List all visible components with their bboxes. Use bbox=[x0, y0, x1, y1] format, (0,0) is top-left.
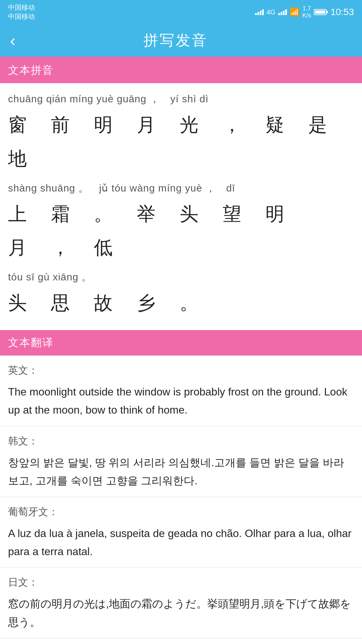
translation-item-french: 法文： Devant la fenêtre, il luisait de la … bbox=[0, 638, 362, 644]
carrier-info: 中国移动 中国移动 bbox=[8, 3, 35, 21]
signal-bars-icon bbox=[255, 9, 264, 15]
carrier1: 中国移动 bbox=[8, 3, 35, 12]
chinese-row-2: 上 霜 。 举 头 望 明 月 ， 低 bbox=[8, 203, 308, 258]
translation-item-portuguese: 葡萄牙文： A luz da lua à janela, suspeita de… bbox=[0, 497, 362, 568]
lang-label-korean: 韩文： bbox=[8, 434, 354, 448]
lang-text-japanese: 窓の前の明月の光は,地面の霜のようだ。挙頭望明月,頭を下げて故郷を思う。 bbox=[8, 595, 354, 631]
lang-text-english: The moonlight outside the window is prob… bbox=[8, 383, 354, 419]
network-type: 4G bbox=[266, 8, 276, 16]
lang-text-portuguese: A luz da lua à janela, suspeita de geada… bbox=[8, 524, 354, 561]
battery-icon bbox=[314, 9, 326, 15]
poem-line-3: tóu sī gù xiāng 。 头 思 故 乡 。 bbox=[8, 268, 354, 320]
poem-line-2: shàng shuāng 。 jǔ tóu wàng míng yuè ， dī… bbox=[8, 179, 354, 265]
lang-text-korean: 창앞의 밝은 달빛, 땅 위의 서리라 의심했네.고개를 들면 밝은 달을 바라… bbox=[8, 453, 354, 490]
status-bar-right: 4G 📶 1.7 K/s 10:53 bbox=[255, 5, 354, 19]
pinyin-section-header: 文本拼音 bbox=[0, 58, 362, 83]
back-button[interactable]: ‹ bbox=[10, 33, 15, 49]
pinyin-row-3: tóu sī gù xiāng 。 bbox=[8, 271, 92, 282]
chinese-row-3: 头 思 故 乡 。 bbox=[8, 292, 201, 313]
translation-item-korean: 韩文： 창앞의 밝은 달빛, 땅 위의 서리라 의심했네.고개를 들면 밝은 달… bbox=[0, 426, 362, 497]
translation-header-label: 文本翻译 bbox=[8, 336, 54, 348]
battery-fill bbox=[315, 10, 325, 14]
poem-line-1: chuāng qián míng yuè guāng ， yí shì dì 窗… bbox=[8, 90, 354, 176]
lang-label-portuguese: 葡萄牙文： bbox=[8, 505, 354, 519]
translation-section-header: 文本翻译 bbox=[0, 330, 362, 356]
pinyin-row-1: chuāng qián míng yuè guāng ， yí shì dì bbox=[8, 93, 208, 104]
carrier2: 中国移动 bbox=[8, 12, 35, 21]
status-bar: 中国移动 中国移动 4G 📶 1.7 K/s 10:53 bbox=[0, 0, 362, 24]
chinese-row-1: 窗 前 明 月 光 ， 疑 是 地 bbox=[8, 114, 351, 169]
translation-content: 英文： The moonlight outside the window is … bbox=[0, 356, 362, 644]
pinyin-content: chuāng qián míng yuè guāng ， yí shì dì 窗… bbox=[0, 83, 362, 330]
pinyin-header-label: 文本拼音 bbox=[8, 64, 54, 76]
signal-bars2-icon bbox=[278, 9, 287, 15]
app-title: 拼写发音 bbox=[15, 31, 336, 50]
time-display: 10:53 bbox=[330, 7, 354, 17]
lang-label-english: 英文： bbox=[8, 364, 354, 377]
wifi-icon: 📶 bbox=[290, 7, 300, 17]
translation-item-japanese: 日文： 窓の前の明月の光は,地面の霜のようだ。挙頭望明月,頭を下げて故郷を思う。 bbox=[0, 568, 362, 638]
app-bar: ‹ 拼写发音 bbox=[0, 24, 362, 58]
pinyin-row-2: shàng shuāng 。 jǔ tóu wàng míng yuè ， dī bbox=[8, 182, 235, 194]
speed-display: 1.7 K/s bbox=[302, 5, 311, 19]
translation-item-english: 英文： The moonlight outside the window is … bbox=[0, 356, 362, 426]
lang-label-japanese: 日文： bbox=[8, 576, 354, 589]
poem-block: chuāng qián míng yuè guāng ， yí shì dì 窗… bbox=[8, 90, 354, 320]
